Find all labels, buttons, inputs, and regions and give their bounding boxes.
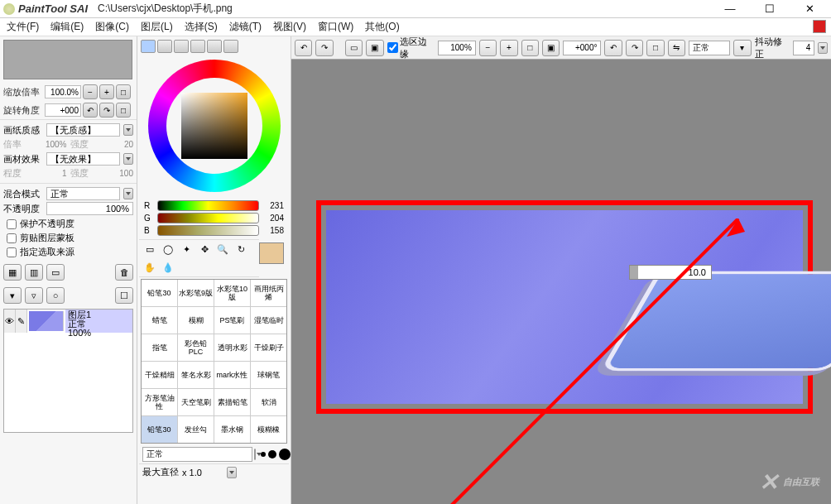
brush-cell[interactable]: 水彩笔9版	[178, 280, 214, 306]
new-layer-button[interactable]: ▦	[3, 264, 22, 281]
current-color-swatch[interactable]	[259, 242, 284, 264]
eyedropper-icon[interactable]: 💧	[161, 260, 175, 275]
select-rect-icon[interactable]: ▭	[142, 242, 157, 257]
brush-cell[interactable]: 蜡笔	[142, 307, 177, 334]
brush-cell[interactable]: 方形笔油性	[142, 389, 177, 415]
brush-cell[interactable]: 透明水彩	[214, 334, 250, 361]
zoom-in-button[interactable]: +	[99, 84, 114, 99]
rot-ccw-tb[interactable]: ↶	[604, 40, 622, 56]
display-mode-input[interactable]	[689, 41, 730, 55]
paper-texture-select[interactable]: 【无质感】	[46, 123, 120, 137]
brush-cell[interactable]: 湿笔临时	[251, 307, 286, 334]
merge-down-button[interactable]: ▾	[3, 287, 22, 304]
navigator-preview[interactable]	[3, 40, 132, 79]
brush-cell[interactable]: 指笔	[142, 334, 177, 361]
brush-cell[interactable]: 铅笔30	[142, 280, 177, 306]
brush-cell[interactable]: 模糊橡	[251, 416, 286, 443]
zoom-out-button[interactable]: −	[83, 84, 98, 99]
brush-cell[interactable]: 软消	[251, 389, 286, 415]
hsv-slider-tab-icon[interactable]	[174, 40, 189, 53]
brush-cell[interactable]: 彩色铅PLC	[178, 334, 214, 361]
new-linework-button[interactable]: ▥	[25, 264, 43, 281]
max-diameter-input[interactable]: x 1.0	[182, 468, 223, 478]
menu-view[interactable]: 视图(V)	[273, 20, 306, 34]
opacity-slider[interactable]: 100%	[46, 202, 133, 215]
magic-wand-icon[interactable]: ✦	[179, 242, 194, 257]
brush-cell[interactable]: 干燥刷子	[251, 334, 286, 361]
stabilizer-dropdown-icon[interactable]	[818, 42, 828, 54]
hand-tool-icon[interactable]: ✋	[142, 260, 157, 275]
rgb-slider-tab-icon[interactable]	[157, 40, 172, 53]
brush-cell[interactable]: 天空笔刷	[178, 389, 214, 415]
effect-dropdown-icon[interactable]	[123, 153, 133, 165]
invert-sel-button[interactable]: ▣	[366, 40, 383, 56]
menu-edit[interactable]: 编辑(E)	[50, 20, 84, 34]
menu-image[interactable]: 图像(C)	[95, 20, 129, 34]
scratchpad-tab-icon[interactable]	[223, 40, 238, 53]
menu-select[interactable]: 选择(S)	[185, 20, 218, 34]
delete-layer-button[interactable]: 🗑	[115, 264, 133, 281]
redo-button[interactable]: ↷	[315, 40, 333, 56]
transfer-down-button[interactable]: ▿	[25, 287, 43, 304]
canvas-area[interactable]: 10.0 ✕ 自由互联	[291, 60, 831, 504]
undo-button[interactable]: ↶	[295, 40, 312, 56]
selection-edge-checkbox[interactable]	[387, 42, 398, 53]
brush-cell[interactable]: 发丝勾	[178, 416, 214, 443]
brush-cell[interactable]: 素描铅笔	[214, 389, 250, 415]
brush-cell[interactable]: 铅笔30	[142, 416, 177, 443]
zoom-fit-tb[interactable]: □	[521, 40, 539, 56]
new-folder-button[interactable]: ▭	[46, 264, 65, 281]
brush-cell[interactable]: mark水性	[214, 362, 250, 388]
brush-blend-dropdown-icon[interactable]	[254, 449, 256, 460]
paper-texture-dropdown-icon[interactable]	[123, 124, 133, 136]
zoom-in-tb[interactable]: +	[500, 40, 517, 56]
shape-med-icon[interactable]	[279, 449, 291, 460]
maxd-dropdown-icon[interactable]	[227, 467, 237, 478]
close-button[interactable]: ✕	[798, 2, 821, 17]
color-wheel-tab-icon[interactable]	[141, 40, 156, 53]
rotate-cw-button[interactable]: ↷	[99, 103, 114, 118]
move-icon[interactable]: ✥	[197, 242, 212, 257]
brush-cell[interactable]: 墨水钢	[214, 416, 250, 443]
effect-select[interactable]: 【无效果】	[46, 152, 120, 166]
selection-source-checkbox[interactable]	[7, 247, 17, 257]
clear-layer-button[interactable]: ○	[46, 287, 65, 304]
rotate-reset-button[interactable]: □	[116, 103, 131, 118]
maximize-button[interactable]: ☐	[758, 2, 781, 17]
stabilizer-input[interactable]	[793, 41, 814, 55]
layer-item[interactable]: 👁 ✎ 图层1 正常 100%	[4, 310, 132, 333]
brush-size-popup[interactable]: 10.0	[629, 265, 712, 280]
flatten-button[interactable]: ☐	[115, 287, 133, 304]
menu-layer[interactable]: 图层(L)	[141, 20, 173, 34]
minimize-button[interactable]: —	[718, 2, 742, 17]
preserve-opacity-checkbox[interactable]	[7, 219, 17, 229]
lasso-icon[interactable]: ◯	[161, 242, 175, 257]
zoom-tool-icon[interactable]: 🔍	[215, 242, 230, 257]
brush-blend-input[interactable]	[142, 447, 252, 462]
rot-reset-tb[interactable]: □	[646, 40, 664, 56]
zoom-readout[interactable]	[438, 41, 476, 55]
brush-cell[interactable]: PS笔刷	[214, 307, 250, 334]
brush-cell[interactable]: 球钢笔	[251, 362, 286, 388]
menu-window[interactable]: 窗口(W)	[318, 20, 353, 34]
brush-cell[interactable]: 模糊	[178, 307, 214, 334]
visibility-icon[interactable]: 👁	[4, 310, 16, 333]
rotate-tool-icon[interactable]: ↻	[233, 242, 248, 257]
brush-cell[interactable]: 干燥精细	[142, 362, 177, 388]
menu-filter[interactable]: 滤镜(T)	[229, 20, 262, 34]
b-slider[interactable]	[157, 225, 259, 236]
shape-small-icon[interactable]	[268, 450, 276, 458]
rot-cw-tb[interactable]: ↷	[626, 40, 643, 56]
clipping-mask-checkbox[interactable]	[7, 233, 17, 243]
flip-h-tb[interactable]: ⇋	[668, 40, 685, 56]
zoom-out-tb[interactable]: −	[479, 40, 497, 56]
brush-cell[interactable]: 签名水彩	[178, 362, 214, 388]
g-slider[interactable]	[157, 213, 259, 223]
menu-other[interactable]: 其他(O)	[365, 20, 399, 34]
menu-file[interactable]: 文件(F)	[7, 20, 39, 34]
zoom-reset-button[interactable]: □	[116, 84, 131, 99]
gray-slider-tab-icon[interactable]	[190, 40, 205, 53]
angle-readout[interactable]	[563, 41, 601, 55]
zoom-actual-tb[interactable]: ▣	[542, 40, 560, 56]
swatch-tab-icon[interactable]	[207, 40, 222, 53]
